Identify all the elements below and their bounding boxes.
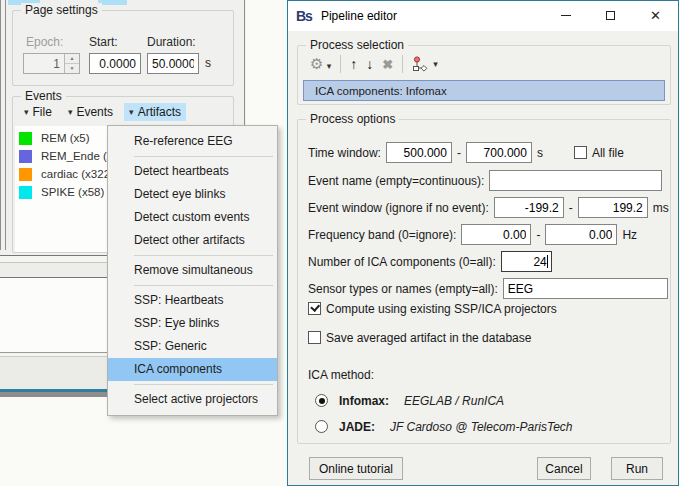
screen: Page settings Epoch: Start: Duration: 1 … xyxy=(0,0,679,486)
page-settings-title: Page settings xyxy=(21,3,102,17)
start-field[interactable] xyxy=(89,53,141,74)
frequency-band-to-field[interactable] xyxy=(545,224,617,245)
close-button[interactable]: ✕ xyxy=(633,1,678,30)
move-down-button[interactable]: ↓ xyxy=(366,57,373,71)
process-options-group: Process options Time window: - s All fil… xyxy=(297,119,671,444)
time-window-unit: s xyxy=(537,146,543,160)
menu-item-detect-other-artifacts[interactable]: Detect other artifacts xyxy=(108,229,277,252)
event-window-to-field[interactable] xyxy=(578,197,648,218)
artifacts-menu-label: Artifacts xyxy=(138,105,181,119)
file-menu-label: File xyxy=(33,105,52,119)
ica-components-field[interactable] xyxy=(501,251,552,272)
compute-ssp-checkbox[interactable] xyxy=(308,302,321,315)
infomax-radio[interactable] xyxy=(315,394,328,407)
event-color-swatch xyxy=(19,132,32,145)
start-label: Start: xyxy=(89,35,118,49)
selected-process-row[interactable]: ICA components: Infomax xyxy=(303,80,665,101)
pipeline-menu-button[interactable]: ▾ xyxy=(412,56,438,72)
run-button[interactable]: Run xyxy=(611,457,663,480)
jade-radio[interactable] xyxy=(315,420,328,433)
jade-desc: JF Cardoso @ Telecom-ParisTech xyxy=(390,420,572,434)
arrow-up-icon: ↑ xyxy=(350,56,357,72)
cancel-button[interactable]: Cancel xyxy=(537,457,591,480)
event-window-row: Event window (ignore if no event): - ms xyxy=(308,197,662,218)
event-name-label: Event name (empty=continuous): xyxy=(308,174,484,188)
frequency-band-unit: Hz xyxy=(622,228,637,242)
duration-field[interactable] xyxy=(147,53,199,74)
menu-item-ssp-eye-blinks[interactable]: SSP: Eye blinks xyxy=(108,312,277,335)
epoch-spinner-buttons[interactable]: ▲ ▼ xyxy=(64,54,79,73)
maximize-icon xyxy=(606,11,615,20)
event-window-from-field[interactable] xyxy=(494,197,564,218)
chevron-down-icon: ▾ xyxy=(24,108,29,117)
spinner-down-icon[interactable]: ▼ xyxy=(65,64,79,73)
frequency-band-from-field[interactable] xyxy=(461,224,531,245)
menu-separator xyxy=(134,384,273,385)
add-process-button[interactable]: ⚙ ▾ xyxy=(310,56,331,72)
event-color-swatch xyxy=(19,150,32,163)
delete-x-icon: ✖ xyxy=(382,57,393,72)
ica-components-label: Number of ICA components (0=all): xyxy=(308,255,496,269)
ica-method-row: ICA method: xyxy=(308,364,662,385)
duration-label: Duration: xyxy=(147,35,196,49)
menu-item-detect-heartbeats[interactable]: Detect heartbeats xyxy=(108,160,277,183)
pipeline-icon xyxy=(412,56,429,72)
event-window-unit: ms xyxy=(653,201,669,215)
process-toolbar: ⚙ ▾ ↑ ↓ ✖ ▾ xyxy=(310,53,438,75)
title-bar: Bs Pipeline editor ✕ xyxy=(288,1,678,31)
menu-item-detect-custom-events[interactable]: Detect custom events xyxy=(108,206,277,229)
menu-item-remove-simultaneous[interactable]: Remove simultaneous xyxy=(108,259,277,282)
panel-frame-line xyxy=(0,0,1,250)
process-selection-title: Process selection xyxy=(306,38,408,52)
sensor-types-field[interactable] xyxy=(503,278,668,299)
time-window-row: Time window: - s All file xyxy=(308,142,662,163)
method-infomax-row: Infomax: EEGLAB / RunICA xyxy=(315,390,662,411)
sensor-types-row: Sensor types or names (empty=all): xyxy=(308,278,662,299)
event-name-field[interactable] xyxy=(489,170,662,191)
tab-fragment xyxy=(98,0,127,5)
move-up-button[interactable]: ↑ xyxy=(350,57,357,71)
events-menu-events[interactable]: ▾ Events xyxy=(63,103,118,121)
chevron-down-icon: ▾ xyxy=(327,61,332,71)
menu-item-re-reference-eeg[interactable]: Re-reference EEG xyxy=(108,130,277,153)
toolbar-separator xyxy=(402,55,403,73)
close-icon: ✕ xyxy=(650,9,661,22)
menu-item-ssp-heartbeats[interactable]: SSP: Heartbeats xyxy=(108,289,277,312)
epoch-stepper[interactable]: 1 ▲ ▼ xyxy=(23,53,80,74)
chevron-down-icon: ▾ xyxy=(129,108,134,117)
selected-process-label: ICA components: Infomax xyxy=(315,85,447,97)
range-dash: - xyxy=(569,201,573,215)
online-tutorial-button[interactable]: Online tutorial xyxy=(309,457,403,480)
menu-item-select-active-projectors[interactable]: Select active projectors xyxy=(108,388,277,411)
time-window-from-field[interactable] xyxy=(386,142,452,163)
menu-item-ssp-generic[interactable]: SSP: Generic xyxy=(108,335,277,358)
time-window-label: Time window: xyxy=(308,146,381,160)
ica-components-row: Number of ICA components (0=all): xyxy=(308,251,662,272)
events-title: Events xyxy=(21,89,66,103)
minimize-button[interactable] xyxy=(543,1,588,30)
events-toolbar: ▾ File ▾ Events ▾ Artifacts xyxy=(19,103,186,121)
all-file-label: All file xyxy=(592,146,624,160)
menu-separator xyxy=(134,285,273,286)
event-window-label: Event window (ignore if no event): xyxy=(308,201,489,215)
jade-name: JADE: xyxy=(339,420,375,434)
gear-icon: ⚙ xyxy=(310,55,323,72)
menu-item-detect-eye-blinks[interactable]: Detect eye blinks xyxy=(108,183,277,206)
window-title: Pipeline editor xyxy=(321,9,397,23)
arrow-down-icon: ↓ xyxy=(366,56,373,72)
chevron-down-icon: ▾ xyxy=(433,60,438,69)
infomax-name: Infomax: xyxy=(339,394,389,408)
time-window-to-field[interactable] xyxy=(466,142,532,163)
seconds-unit: s xyxy=(205,56,211,70)
save-artifact-checkbox[interactable] xyxy=(308,331,321,344)
epoch-label: Epoch: xyxy=(26,35,63,49)
events-menu-file[interactable]: ▾ File xyxy=(19,103,57,121)
events-menu-artifacts[interactable]: ▾ Artifacts xyxy=(124,103,186,121)
minimize-icon xyxy=(561,15,571,16)
maximize-button[interactable] xyxy=(588,1,633,30)
delete-process-button[interactable]: ✖ xyxy=(382,58,393,71)
spinner-up-icon[interactable]: ▲ xyxy=(65,54,79,64)
events-menu-label: Events xyxy=(76,105,113,119)
all-file-checkbox[interactable] xyxy=(574,146,587,159)
menu-item-ica-components[interactable]: ICA components xyxy=(108,358,277,381)
